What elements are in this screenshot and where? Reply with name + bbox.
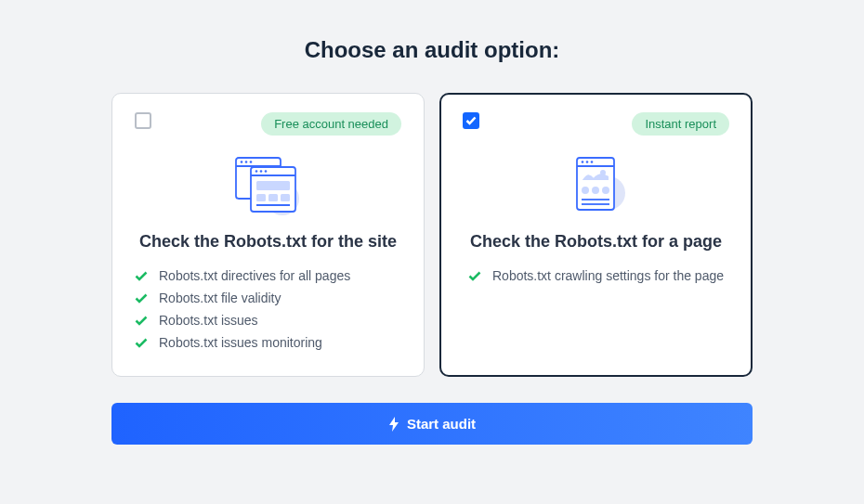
- audit-options: Free account needed: [111, 93, 753, 377]
- svg-point-8: [255, 170, 257, 173]
- page-title: Choose an audit option:: [111, 37, 753, 63]
- audit-option-page[interactable]: Instant report: [439, 93, 753, 377]
- feature-item: Robots.txt crawling settings for the pag…: [468, 265, 724, 287]
- feature-list: Robots.txt directives for all pages Robo…: [135, 265, 401, 354]
- checkmark-icon: [135, 316, 148, 326]
- checkmark-icon: [135, 338, 148, 348]
- svg-point-3: [240, 161, 242, 163]
- card-title: Check the Robots.txt for the site: [135, 232, 401, 252]
- svg-point-10: [264, 170, 267, 173]
- feature-item: Robots.txt issues monitoring: [135, 331, 401, 354]
- svg-rect-11: [256, 181, 290, 190]
- checkmark-icon: [468, 271, 481, 281]
- feature-item: Robots.txt issues: [135, 309, 401, 331]
- lightning-icon: [388, 417, 399, 432]
- feature-item: Robots.txt directives for all pages: [135, 265, 401, 287]
- svg-point-22: [600, 170, 606, 175]
- feature-item: Robots.txt file validity: [135, 287, 401, 309]
- svg-point-19: [581, 161, 583, 163]
- feature-text: Robots.txt issues monitoring: [159, 335, 322, 350]
- card-header: Instant report: [463, 112, 729, 136]
- site-illustration: [135, 152, 401, 217]
- option-checkbox[interactable]: [463, 112, 479, 129]
- page-illustration: [463, 152, 729, 217]
- badge-free-account: Free account needed: [261, 112, 401, 136]
- audit-option-site[interactable]: Free account needed: [111, 93, 425, 377]
- svg-point-5: [249, 161, 252, 163]
- card-title: Check the Robots.txt for a page: [463, 232, 729, 252]
- feature-text: Robots.txt directives for all pages: [159, 268, 350, 283]
- checkmark-icon: [135, 293, 148, 304]
- feature-text: Robots.txt issues: [159, 313, 258, 328]
- svg-rect-12: [256, 194, 266, 201]
- check-icon: [465, 116, 477, 125]
- svg-point-4: [244, 161, 247, 163]
- cta-label: Start audit: [407, 416, 476, 432]
- svg-rect-13: [268, 194, 278, 201]
- svg-point-25: [602, 187, 609, 194]
- svg-point-24: [592, 187, 599, 194]
- svg-point-9: [259, 170, 262, 173]
- svg-point-21: [590, 161, 593, 163]
- feature-text: Robots.txt crawling settings for the pag…: [492, 268, 724, 283]
- svg-point-23: [582, 187, 589, 194]
- svg-point-20: [585, 161, 588, 163]
- start-audit-button[interactable]: Start audit: [111, 403, 753, 445]
- svg-rect-14: [281, 194, 290, 201]
- card-header: Free account needed: [135, 112, 401, 136]
- badge-instant-report: Instant report: [632, 112, 729, 136]
- feature-text: Robots.txt file validity: [159, 291, 281, 305]
- option-checkbox[interactable]: [135, 112, 151, 129]
- feature-list: Robots.txt crawling settings for the pag…: [463, 265, 729, 287]
- checkmark-icon: [135, 271, 148, 281]
